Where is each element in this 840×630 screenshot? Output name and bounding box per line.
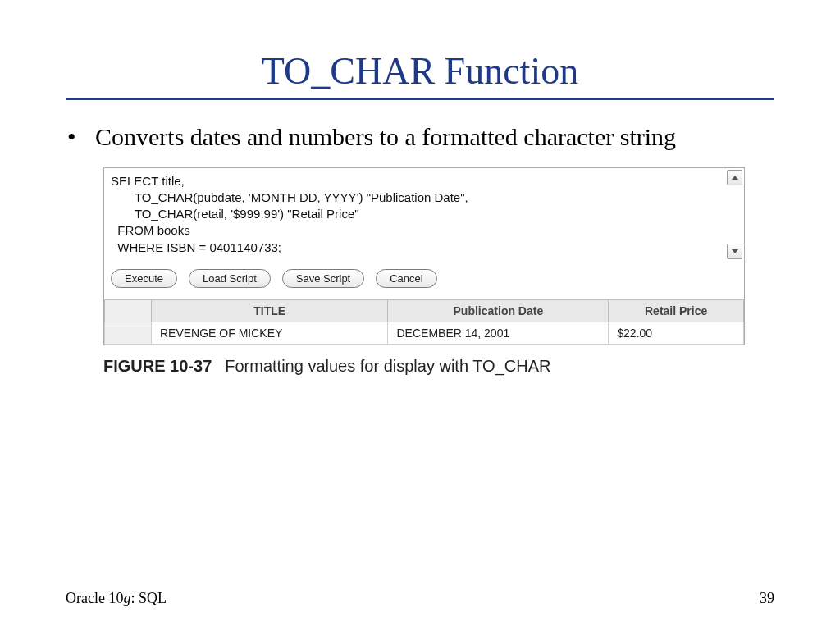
cell-retail: $22.00 [609, 322, 744, 344]
load-script-button[interactable]: Load Script [189, 269, 271, 288]
sql-editor[interactable]: SELECT title, TO_CHAR(pubdate, 'MONTH DD… [104, 168, 744, 261]
footer-text-c: : SQL [130, 590, 167, 606]
save-script-button[interactable]: Save Script [282, 269, 364, 288]
button-row: Execute Load Script Save Script Cancel [104, 261, 744, 299]
row-number [105, 322, 152, 344]
table-header-row: TITLE Publication Date Retail Price [105, 299, 744, 322]
figure-text: Formatting values for display with TO_CH… [225, 357, 550, 375]
scroll-up-button[interactable] [727, 170, 742, 185]
figure-caption: FIGURE 10-37Formatting values for displa… [103, 357, 774, 376]
cell-title: REVENGE OF MICKEY [152, 322, 388, 344]
bullet-text: Converts dates and numbers to a formatte… [95, 121, 774, 153]
figure-number: FIGURE 10-37 [103, 357, 212, 375]
footer-text-a: Oracle 10 [66, 590, 123, 606]
col-title: TITLE [152, 299, 388, 322]
chevron-up-icon [732, 176, 738, 180]
slide-footer: Oracle 10g: SQL 39 [66, 590, 774, 607]
execute-button[interactable]: Execute [111, 269, 177, 288]
footer-source: Oracle 10g: SQL [66, 590, 167, 607]
table-row: REVENGE OF MICKEY DECEMBER 14, 2001 $22.… [105, 322, 744, 344]
sql-panel: SELECT title, TO_CHAR(pubdate, 'MONTH DD… [103, 167, 745, 345]
result-table: TITLE Publication Date Retail Price REVE… [104, 299, 744, 345]
page-number: 39 [760, 590, 774, 607]
scroll-down-button[interactable] [727, 244, 742, 259]
cancel-button[interactable]: Cancel [376, 269, 436, 288]
row-number-header [105, 299, 152, 322]
col-retail: Retail Price [609, 299, 744, 322]
cell-pubdate: DECEMBER 14, 2001 [388, 322, 609, 344]
chevron-down-icon [732, 249, 738, 253]
col-pubdate: Publication Date [388, 299, 609, 322]
bullet-marker: • [66, 121, 95, 153]
title-rule [66, 98, 774, 100]
slide-title: TO_CHAR Function [66, 49, 774, 93]
bullet-item: • Converts dates and numbers to a format… [66, 121, 774, 153]
sql-text[interactable]: SELECT title, TO_CHAR(pubdate, 'MONTH DD… [104, 168, 744, 261]
